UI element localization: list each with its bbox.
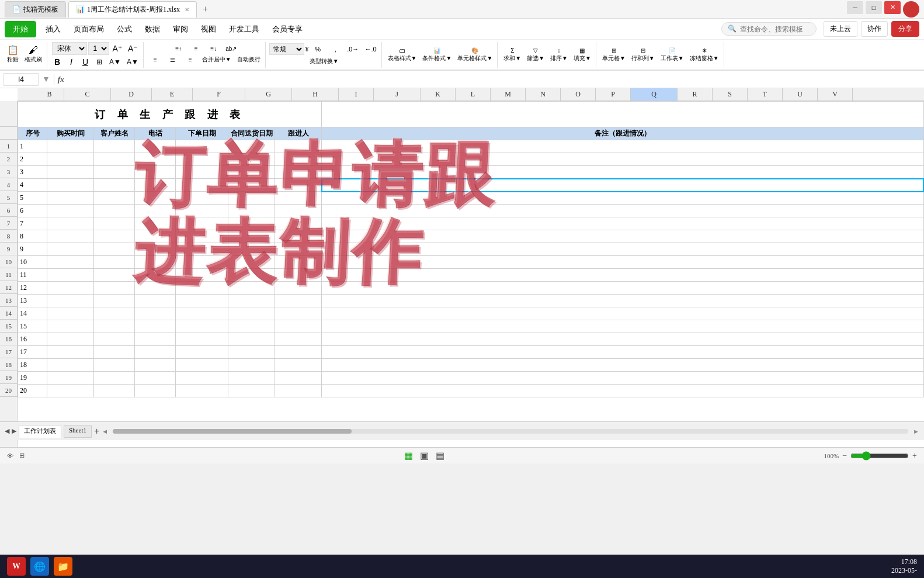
cell-r17-c6[interactable] — [228, 346, 275, 359]
col-header-S[interactable]: S — [713, 88, 748, 101]
cell-r19-c5[interactable] — [176, 372, 228, 385]
align-right-button[interactable]: ≡ — [182, 54, 199, 65]
cell-r10-c8[interactable] — [322, 256, 924, 269]
cell-r13-c4[interactable] — [135, 295, 176, 307]
header-delivery-date[interactable]: 合同送货日期 — [228, 127, 275, 140]
menu-developer[interactable]: 开发工具 — [223, 22, 265, 37]
cell-r17-c7[interactable] — [275, 346, 322, 359]
col-header-J[interactable]: J — [374, 88, 421, 101]
header-follower[interactable]: 跟进人 — [275, 127, 322, 140]
cell-r18-c7[interactable] — [275, 359, 322, 372]
cell-r17-c8[interactable] — [322, 346, 924, 359]
cell-r14-c7[interactable] — [275, 307, 322, 320]
cell-r1-c4[interactable] — [135, 140, 176, 153]
cell-r3-c3[interactable] — [94, 166, 135, 179]
cell-r9-c3[interactable] — [94, 243, 135, 256]
cell-r3-c8[interactable] — [322, 166, 924, 179]
row-header-7[interactable]: 7 — [0, 217, 17, 230]
cell-r17-seqno[interactable]: 17 — [18, 346, 47, 359]
align-left-button[interactable]: ≡ — [147, 54, 164, 65]
cell-r14-seqno[interactable]: 14 — [18, 307, 47, 320]
type-convert-button[interactable]: 类型转换▼ — [307, 56, 341, 67]
filter-button[interactable]: ▽ 筛选▼ — [524, 46, 547, 64]
cell-r19-c4[interactable] — [135, 372, 176, 385]
cell-r2-c2[interactable] — [47, 153, 94, 166]
cell-r15-seqno[interactable]: 15 — [18, 320, 47, 333]
cell-r17-c2[interactable] — [47, 346, 94, 359]
title-empty[interactable] — [322, 102, 924, 127]
cell-r1-c2[interactable] — [47, 140, 94, 153]
cell-r13-c7[interactable] — [275, 295, 322, 307]
cell-r13-c5[interactable] — [176, 295, 228, 307]
cell-r2-c6[interactable] — [228, 153, 275, 166]
sheet-tab-sheet1[interactable]: Sheet1 — [64, 425, 92, 438]
cell-r18-c2[interactable] — [47, 359, 94, 372]
cell-r12-c8[interactable] — [322, 282, 924, 295]
cell-r20-c6[interactable] — [228, 385, 275, 397]
cell-r9-c5[interactable] — [176, 243, 228, 256]
start-menu-button[interactable]: 开始 — [5, 21, 36, 37]
conditional-format-button[interactable]: 📊 条件格式▼ — [420, 46, 454, 64]
cell-r16-c4[interactable] — [135, 333, 176, 346]
text-angle-button[interactable]: ab↗ — [223, 44, 239, 53]
cell-r10-c6[interactable] — [228, 256, 275, 269]
cell-r14-c3[interactable] — [94, 307, 135, 320]
col-header-P[interactable]: P — [596, 88, 631, 101]
cell-r13-seqno[interactable]: 13 — [18, 295, 47, 307]
cell-r18-seqno[interactable]: 18 — [18, 359, 47, 372]
cell-r16-c5[interactable] — [176, 333, 228, 346]
row-header-18[interactable]: 18 — [0, 358, 17, 371]
cell-r19-c8[interactable] — [322, 372, 924, 385]
menu-review[interactable]: 审阅 — [167, 22, 194, 37]
add-tab-button[interactable]: + — [199, 4, 211, 15]
cell-r15-c2[interactable] — [47, 320, 94, 333]
close-button[interactable]: ✕ — [884, 1, 901, 14]
cell-r6-c7[interactable] — [275, 205, 322, 217]
cell-r9-c2[interactable] — [47, 243, 94, 256]
cell-r1-c6[interactable] — [228, 140, 275, 153]
col-header-T[interactable]: T — [748, 88, 783, 101]
menu-view[interactable]: 视图 — [195, 22, 222, 37]
comma-button[interactable]: , — [327, 44, 343, 54]
cell-r14-c4[interactable] — [135, 307, 176, 320]
cell-r2-seqno[interactable]: 2 — [18, 153, 47, 166]
cell-r10-seqno[interactable]: 10 — [18, 256, 47, 269]
cell-r5-seqno[interactable]: 5 — [18, 192, 47, 205]
row-header-16[interactable]: 16 — [0, 333, 17, 345]
paste-button[interactable]: 📋 粘贴 — [5, 44, 21, 65]
row-header-cols[interactable] — [0, 127, 17, 140]
header-phone[interactable]: 电话 — [135, 127, 176, 140]
cell-r8-c2[interactable] — [47, 230, 94, 243]
cell-r5-c3[interactable] — [94, 192, 135, 205]
cell-r12-c6[interactable] — [228, 282, 275, 295]
cell-r16-c2[interactable] — [47, 333, 94, 346]
cell-r3-seqno[interactable]: 3 — [18, 166, 47, 179]
cell-r4-seqno[interactable]: 4 — [18, 179, 47, 192]
cell-r18-c3[interactable] — [94, 359, 135, 372]
font-color-button[interactable]: A▼ — [124, 57, 141, 67]
cell-r12-seqno[interactable]: 12 — [18, 282, 47, 295]
cell-r15-c4[interactable] — [135, 320, 176, 333]
cell-r8-c5[interactable] — [176, 230, 228, 243]
cell-r17-c5[interactable] — [176, 346, 228, 359]
cell-r13-c6[interactable] — [228, 295, 275, 307]
merge-center-button[interactable]: 合并居中▼ — [200, 54, 234, 65]
cell-r1-c7[interactable] — [275, 140, 322, 153]
scroll-right-btn[interactable]: ► — [913, 428, 919, 435]
cell-r6-c4[interactable] — [135, 205, 176, 217]
cell-r13-c3[interactable] — [94, 295, 135, 307]
align-top-button[interactable]: ≡↑ — [171, 44, 187, 53]
row-header-13[interactable]: 13 — [0, 294, 17, 307]
view-normal-btn[interactable]: 👁 — [7, 452, 13, 459]
italic-button[interactable]: I — [65, 56, 78, 68]
search-input[interactable] — [740, 25, 810, 33]
cell-r4-c7[interactable] — [275, 179, 322, 192]
cell-r8-c3[interactable] — [94, 230, 135, 243]
row-header-19[interactable]: 19 — [0, 371, 17, 384]
row-header-3[interactable]: 3 — [0, 165, 17, 178]
cell-r3-c4[interactable] — [135, 166, 176, 179]
cell-r3-c2[interactable] — [47, 166, 94, 179]
col-header-V[interactable]: V — [818, 88, 853, 101]
menu-member[interactable]: 会员专享 — [266, 22, 308, 37]
cell-r18-c6[interactable] — [228, 359, 275, 372]
